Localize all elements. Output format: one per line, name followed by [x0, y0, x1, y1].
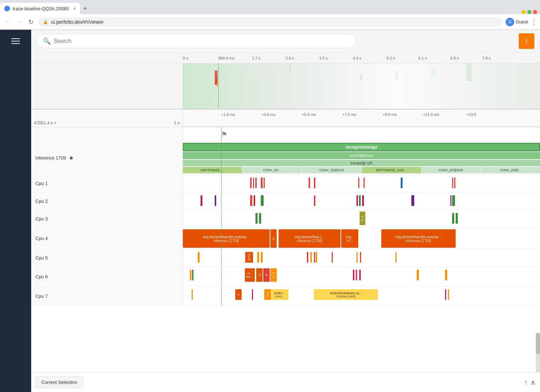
bar-ops[interactable]: DEPTHWISE_... CONV_2D... CONV_2D@31/0 DE…: [183, 167, 540, 173]
cpu6-bar5[interactable]: [353, 270, 354, 280]
cpu6-block-ac[interactable]: a C: [270, 268, 277, 282]
cpu6-bar7[interactable]: [359, 270, 361, 280]
cpu1-bar11[interactable]: [452, 178, 453, 188]
cpu6-bar2[interactable]: [192, 270, 193, 280]
maximize-btn[interactable]: [527, 10, 531, 14]
cpu5-bar12[interactable]: [395, 252, 396, 263]
op-conv1[interactable]: CONV_2D...: [242, 167, 302, 173]
cpu6-bar6[interactable]: [356, 270, 357, 280]
cpu5-bar2[interactable]: O R: [245, 252, 253, 263]
cpu1-bar1[interactable]: [250, 178, 252, 188]
cpu7-bar3[interactable]: [445, 289, 446, 300]
cpu1-bar10[interactable]: [401, 178, 403, 188]
cpu1-bar8[interactable]: [358, 178, 359, 188]
star-icon[interactable]: ★: [69, 155, 74, 161]
cpu1-bar4[interactable]: [261, 178, 263, 188]
notification-button[interactable]: !: [519, 33, 534, 49]
cpu7-block-ac[interactable]: a C: [264, 289, 271, 300]
bar-recognizeImage[interactable]: recognizeImage: [183, 143, 540, 151]
back-button[interactable]: ←: [3, 17, 12, 27]
vertical-scrollbar[interactable]: [536, 333, 540, 372]
cpu2-bar7[interactable]: [356, 195, 358, 206]
cpu2-bar6[interactable]: [314, 195, 315, 206]
cpu7-block-android-hw[interactable]: android.hardware.ca... ChiCtx0 [1565]: [314, 289, 378, 300]
cpu3-bar4[interactable]: [452, 213, 454, 224]
detail-ruler-left: 47001.4 s + 1 s: [31, 110, 183, 127]
cpu6-bar9[interactable]: [445, 270, 447, 280]
cpu7-block-o[interactable]: o: [235, 289, 242, 300]
cpu2-bar8[interactable]: [359, 195, 361, 206]
cpu5-bar6[interactable]: [310, 252, 312, 263]
cpu4-block4[interactable]: org... inf...: [341, 229, 358, 248]
cpu2-bar11[interactable]: [450, 195, 451, 206]
cpu5-bar7[interactable]: [314, 252, 315, 263]
cpu2-bar5[interactable]: [261, 195, 264, 206]
cpu5-bar4[interactable]: [261, 252, 263, 263]
cpu1-bar3[interactable]: [255, 178, 257, 188]
cpu3-bar3[interactable]: s S: [360, 212, 365, 225]
forward-button[interactable]: →: [15, 17, 24, 27]
cpu4-block3[interactable]: org.tensorflow.l... inference [1709]: [279, 229, 341, 248]
cpu2-bar12[interactable]: [452, 195, 455, 206]
track-canvas-inference: recognizeImage runInference invoke@-1/0 …: [183, 141, 540, 174]
bar-runInference[interactable]: runInference: [183, 152, 540, 159]
new-tab-button[interactable]: +: [80, 3, 90, 14]
cpu5-bar9[interactable]: [332, 252, 333, 263]
scroll-up-button[interactable]: ↑: [524, 378, 528, 387]
cpu1-bar7[interactable]: [314, 178, 315, 188]
url-bar[interactable]: 🔒 ui.perfetto.dev/#!/viewer: [38, 17, 503, 27]
cpu3-bar2[interactable]: [259, 213, 261, 224]
close-btn[interactable]: [533, 10, 537, 14]
cpu5-bar11[interactable]: [360, 252, 361, 263]
cpu2-bar10[interactable]: [411, 195, 414, 206]
cpu1-bar9[interactable]: [364, 178, 365, 188]
reload-button[interactable]: ↻: [27, 17, 35, 27]
cpu1-bar12[interactable]: [454, 178, 455, 188]
op-conv31[interactable]: CONV_2D@31/0: [302, 167, 361, 173]
cpu2-bar2[interactable]: [215, 195, 216, 206]
cpu7-block-andro[interactable]: andro... ChiCt...: [271, 289, 288, 300]
cpu2-bar4[interactable]: [254, 195, 255, 206]
cpu3-bar1[interactable]: [255, 213, 258, 224]
cpu3-bar5[interactable]: [456, 213, 458, 224]
cpu2-bar9[interactable]: [362, 195, 364, 206]
search-input[interactable]: [54, 38, 350, 44]
cpu7-bar2[interactable]: [252, 289, 253, 300]
op-conv33[interactable]: CONV_2D@33/0: [421, 167, 480, 173]
mm-block-blue1: [325, 69, 328, 78]
cpu4-block1[interactable]: org.tensorflow.lite.examp... inference […: [183, 229, 270, 248]
cpu7-bar4[interactable]: [448, 289, 449, 300]
cpu7-bar1[interactable]: [192, 289, 193, 300]
cpu6-block-or[interactable]: or... Re...: [245, 268, 255, 282]
hamburger-button[interactable]: [9, 35, 23, 47]
cpu5-bar5[interactable]: [307, 252, 308, 263]
bar-invoke[interactable]: invoke@-1/0: [183, 160, 540, 166]
cpu1-bar5[interactable]: [264, 178, 265, 188]
op-conv-last[interactable]: CONV_2D@...: [481, 167, 540, 173]
expand-button[interactable]: ∧: [530, 378, 536, 387]
cpu4-block5[interactable]: org.tensorflow.lite.examp... inference […: [381, 229, 456, 248]
current-selection-tab[interactable]: Current Selection: [35, 376, 83, 388]
guest-button[interactable]: G Guest: [506, 18, 528, 26]
cpu6-bar3[interactable]: O: [256, 268, 263, 282]
active-tab[interactable]: trace-blueline-QQ3A.20080 ×: [0, 3, 80, 14]
cpu5-bar1[interactable]: [198, 252, 199, 263]
cpu5-bar8[interactable]: [316, 252, 317, 263]
cpu5-bar3[interactable]: [257, 252, 259, 263]
search-box[interactable]: 🔍: [37, 34, 356, 48]
tab-close[interactable]: ×: [73, 6, 76, 11]
more-button[interactable]: ⋮: [531, 18, 537, 26]
cpu2-bar1[interactable]: [201, 195, 202, 206]
cpu5-bar10[interactable]: [356, 252, 358, 263]
cpu1-bar6[interactable]: [309, 178, 310, 188]
op-depthwise1[interactable]: DEPTHWISE_...: [183, 167, 242, 173]
cpu2-bar3[interactable]: [250, 195, 252, 206]
cpu6-bar1[interactable]: [190, 270, 191, 280]
op-depthwise2[interactable]: DEPTHWISE_CON...: [362, 167, 421, 173]
cpu6-bar4[interactable]: R: [263, 268, 270, 282]
cpu4-block2[interactable]: o: [270, 229, 277, 248]
minimize-btn[interactable]: [522, 10, 526, 14]
scrollbar-thumb[interactable]: [536, 333, 540, 354]
cpu6-bar8[interactable]: [417, 270, 419, 280]
cpu1-bar2[interactable]: [253, 178, 254, 188]
